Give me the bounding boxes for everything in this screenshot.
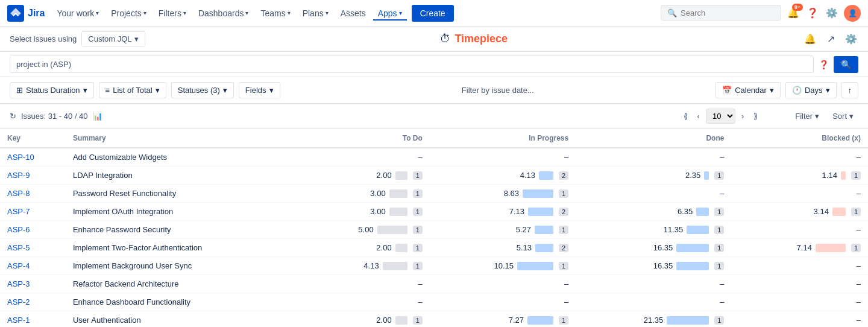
cell-blocked-empty: – <box>731 148 868 167</box>
create-button[interactable]: Create <box>412 5 454 22</box>
jql-input[interactable] <box>10 56 814 73</box>
settings-icon[interactable]: ⚙️ <box>825 6 839 21</box>
todo-bar <box>389 189 407 198</box>
jql-search-button[interactable]: 🔍 <box>834 56 858 73</box>
nav-apps[interactable]: Apps ▾ <box>373 6 407 21</box>
page-size-select[interactable]: 10 25 50 <box>706 109 735 124</box>
table-header: Key Summary To Do In Progress Done Block… <box>0 129 868 148</box>
custom-jql-button[interactable]: Custom JQL ▾ <box>81 31 145 46</box>
jira-logo[interactable]: Jira <box>7 5 45 22</box>
cell-todo: 3.001 <box>293 185 430 203</box>
row-key[interactable]: ASP-6 <box>0 221 66 239</box>
row-key[interactable]: ASP-10 <box>0 148 66 167</box>
nav-dashboards[interactable]: Dashboards ▾ <box>193 6 254 21</box>
inprogress-count-badge: 2 <box>559 171 568 180</box>
status-duration-chevron: ▾ <box>83 86 87 95</box>
cell-inprogress: 7.132 <box>430 203 576 221</box>
cell-todo-empty: – <box>293 293 430 311</box>
jira-logo-text: Jira <box>28 8 45 19</box>
calendar-button[interactable]: 📅 Calendar ▾ <box>715 82 781 98</box>
sort-chevron: ▾ <box>849 112 854 121</box>
row-summary: User Authentication <box>66 311 293 328</box>
jql-help-icon[interactable]: ❓ <box>819 60 829 69</box>
row-summary: LDAP Integration <box>66 167 293 185</box>
sort-button[interactable]: Sort ▾ <box>828 109 858 123</box>
issues-count: ↻ Issues: 31 - 40 / 40 📊 <box>10 112 102 121</box>
inprogress-count-badge: 1 <box>559 226 568 234</box>
status-duration-button[interactable]: ⊞ Status Duration ▾ <box>10 82 94 98</box>
cell-todo-empty: – <box>293 148 430 167</box>
timepiece-clock-icon: ⏱ <box>440 33 451 45</box>
inprogress-count-badge: 2 <box>559 244 568 252</box>
statuses-button[interactable]: Statuses (3) ▾ <box>171 82 234 98</box>
notification-icon[interactable]: 🔔 9+ <box>786 6 800 21</box>
nav-your-work[interactable]: Your work ▾ <box>52 6 104 21</box>
topnav-right: 🔍 🔔 9+ ❓ ⚙️ 👤 <box>661 5 861 22</box>
filter-sort-controls: Filter ▾ Sort ▾ <box>790 109 858 123</box>
search-box[interactable]: 🔍 <box>661 5 781 21</box>
select-issues-label: Select issues using <box>10 34 77 43</box>
todo-bar <box>389 208 407 216</box>
first-page-button[interactable]: ⟪ <box>680 110 691 122</box>
row-key[interactable]: ASP-9 <box>0 167 66 185</box>
nav-projects[interactable]: Projects ▾ <box>106 6 151 21</box>
row-summary: Enhance Password Security <box>66 221 293 239</box>
row-summary: Implement Two-Factor Authentication <box>66 239 293 257</box>
avatar[interactable]: 👤 <box>844 5 861 22</box>
timepiece-bell-icon[interactable]: 🔔 <box>803 32 817 46</box>
bar-chart-icon[interactable]: 📊 <box>93 112 102 121</box>
inprogress-count-badge: 2 <box>559 208 568 216</box>
row-key[interactable]: ASP-1 <box>0 311 66 328</box>
inprogress-count-badge: 1 <box>559 316 568 325</box>
help-icon[interactable]: ❓ <box>805 6 820 21</box>
todo-count-badge: 1 <box>413 262 423 270</box>
blocked-bar <box>816 244 846 252</box>
statuses-chevron: ▾ <box>223 86 227 95</box>
timepiece-share-icon[interactable]: ↗ <box>823 32 838 46</box>
todo-count-badge: 1 <box>413 244 423 252</box>
teams-chevron: ▾ <box>288 10 291 16</box>
cell-inprogress: 5.271 <box>430 221 576 239</box>
timepiece-settings-icon[interactable]: ⚙️ <box>844 32 858 46</box>
days-button[interactable]: 🕐 Days ▾ <box>785 82 837 98</box>
apps-chevron: ▾ <box>399 10 402 16</box>
inprogress-bar <box>523 189 553 198</box>
todo-count-badge: 1 <box>413 208 423 216</box>
fields-chevron: ▾ <box>269 86 274 95</box>
blocked-count-badge: 1 <box>851 171 861 180</box>
search-input[interactable] <box>681 8 775 17</box>
list-of-total-button[interactable]: ≡ List of Total ▾ <box>99 82 166 98</box>
blocked-count-badge: 1 <box>851 208 861 216</box>
export-button[interactable]: ↑ <box>841 82 859 98</box>
fields-button[interactable]: Fields ▾ <box>239 82 280 98</box>
row-key[interactable]: ASP-3 <box>0 275 66 293</box>
list-of-total-chevron: ▾ <box>156 86 160 95</box>
list-icon: ≡ <box>105 86 110 95</box>
refresh-icon[interactable]: ↻ <box>10 112 16 121</box>
statuses-label: Statuses (3) <box>178 86 220 95</box>
row-key[interactable]: ASP-7 <box>0 203 66 221</box>
cell-todo: 4.131 <box>293 257 430 275</box>
cell-blocked-empty: – <box>731 293 868 311</box>
next-page-button[interactable]: › <box>738 110 747 122</box>
timepiece-name: Timepiece <box>454 33 508 45</box>
cell-inprogress: 10.151 <box>430 257 576 275</box>
nav-teams[interactable]: Teams ▾ <box>256 6 295 21</box>
nav-filters[interactable]: Filters ▾ <box>154 6 191 21</box>
nav-plans[interactable]: Plans ▾ <box>298 6 333 21</box>
table-row: ASP-5 Implement Two-Factor Authenticatio… <box>0 239 868 257</box>
cell-done: 6.351 <box>576 203 731 221</box>
cell-blocked-empty: – <box>731 311 868 328</box>
row-key[interactable]: ASP-8 <box>0 185 66 203</box>
cell-todo: 2.001 <box>293 311 430 328</box>
col-key: Key <box>0 129 66 148</box>
filter-by-date-label[interactable]: Filter by issue date... <box>462 86 534 95</box>
nav-assets[interactable]: Assets <box>336 6 371 21</box>
prev-page-button[interactable]: ‹ <box>694 110 703 122</box>
filter-button[interactable]: Filter ▾ <box>790 109 824 123</box>
row-key[interactable]: ASP-2 <box>0 293 66 311</box>
col-summary: Summary <box>66 129 293 148</box>
last-page-button[interactable]: ⟫ <box>750 110 761 122</box>
row-key[interactable]: ASP-4 <box>0 257 66 275</box>
row-key[interactable]: ASP-5 <box>0 239 66 257</box>
